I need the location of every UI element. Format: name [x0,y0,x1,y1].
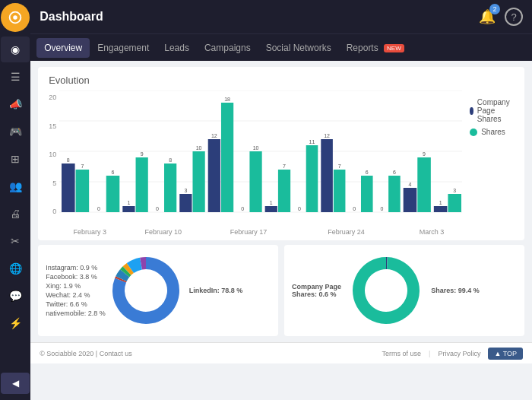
x-label-mar3: March 3 [401,228,462,236]
svg-text:0: 0 [353,206,356,211]
legend-dot-teal [470,129,477,136]
svg-rect-39 [321,139,333,212]
svg-text:3: 3 [453,188,456,193]
network-icon: 🌐 [9,262,22,275]
y-label-20: 20 [49,94,56,101]
nav-item-campaigns[interactable]: Campaigns [197,38,258,58]
svg-rect-7 [62,163,75,212]
x-label-feb17: February 17 [206,228,291,236]
instagram-label: Instagram: 0.9 % [46,264,106,271]
topbar: Dashboard 🔔 2 ? [30,0,532,33]
content-area: Evolution 20 15 10 5 0 8706190831012180 [30,61,532,400]
sidebar-item-power[interactable]: ⚡ [1,310,30,336]
list-icon: ☰ [11,71,21,83]
nav-item-overview[interactable]: Overview [36,38,90,58]
svg-rect-55 [448,194,462,212]
nav-item-leads[interactable]: Leads [157,38,197,58]
nav-item-reports[interactable]: Reports NEW [339,38,412,58]
donut-charts-section: Instagram: 0.9 % Facebook: 3.8 % Xing: 1… [38,245,524,336]
nav-item-social-networks[interactable]: Social Networks [258,38,339,58]
notification-badge: 2 [489,4,500,14]
sidebar: ◉ ☰ 📣 🎮 ⊞ 👥 🖨 ✂ 🌐 💬 ⚡ [0,0,30,400]
sidebar-item-print[interactable]: 🖨 [1,201,30,227]
nav-item-engagement[interactable]: Engagement [90,38,157,58]
grid-icon: ⊞ [11,153,20,165]
svg-text:0: 0 [156,206,159,211]
sidebar-item-tools[interactable]: ✂ [1,228,30,254]
sidebar-item-users[interactable]: 👥 [1,173,30,199]
main-panel: Dashboard 🔔 2 ? Overview Engagement Lead… [30,0,532,400]
svg-rect-41 [334,170,346,212]
svg-text:12: 12 [211,133,217,138]
terms-link[interactable]: Terms of use [382,350,422,357]
svg-rect-47 [388,176,401,212]
svg-rect-53 [434,206,448,212]
legend-label-shares: Shares [481,128,505,136]
print-icon: 🖨 [10,208,21,220]
sidebar-item-list[interactable]: ☰ [1,64,30,90]
svg-rect-37 [306,145,318,212]
overview-icon: ◉ [11,43,20,56]
topbar-icons: 🔔 2 ? [479,8,523,26]
megaphone-icon: 📣 [9,98,22,110]
privacy-link[interactable]: Privacy Policy [438,350,480,357]
donut-left-labels: Instagram: 0.9 % Facebook: 3.8 % Xing: 1… [46,264,106,317]
sidebar-collapse-button[interactable]: ◀ [1,373,30,394]
xing-label: Xing: 1.9 % [46,282,106,290]
svg-text:7: 7 [338,163,341,169]
svg-rect-49 [404,188,417,212]
legend-shares: Shares [470,128,514,136]
svg-rect-30 [250,151,262,212]
y-label-5: 5 [52,179,56,187]
svg-text:10: 10 [253,145,259,151]
svg-text:11: 11 [309,139,315,144]
bar-chart-svg: 8706190831012180101701112706064913 [59,90,462,224]
help-button[interactable]: ? [505,8,523,26]
svg-text:7: 7 [283,163,286,169]
donut-card-right: Company PageShares: 0.6 % Shares: 99.4 % [284,245,524,336]
svg-text:10: 10 [196,145,202,151]
x-labels: February 3 February 10 February 17 Febru… [59,228,462,236]
svg-rect-21 [179,194,192,212]
sidebar-item-network[interactable]: 🌐 [1,256,30,281]
shares-label-right: Shares: 99.4 % [431,287,480,294]
footer: © Sociabble 2020 | Contact us Terms of u… [30,342,532,363]
chart-legend: Company Page Shares Shares [470,90,514,136]
sidebar-item-alerts[interactable]: 📣 [1,91,30,117]
footer-links: Terms of use | Privacy Policy ▲ TOP [382,348,523,360]
users-icon: 👥 [9,180,22,192]
sidebar-item-overview[interactable]: ◉ [1,37,30,62]
svg-rect-23 [193,151,205,212]
svg-text:12: 12 [324,133,330,138]
legend-dot-dark [470,107,473,115]
y-label-0: 0 [52,208,56,215]
navbar: Overview Engagement Leads Campaigns Soci… [30,33,532,61]
footer-separator: | [429,350,430,357]
notification-button[interactable]: 🔔 2 [479,8,496,25]
svg-text:1: 1 [439,200,442,205]
svg-text:1: 1 [128,200,131,205]
svg-rect-9 [76,170,90,212]
svg-rect-27 [221,103,233,212]
sidebar-item-messages[interactable]: 💬 [1,283,30,309]
evolution-chart-card: Evolution 20 15 10 5 0 8706190831012180 [38,67,524,240]
svg-rect-25 [208,139,220,212]
donut-svg-left [112,256,180,325]
nativemobile-label: nativemobile: 2.8 % [46,310,106,317]
top-button[interactable]: ▲ TOP [488,348,523,360]
svg-rect-32 [265,206,277,212]
tools-icon: ✂ [11,235,20,247]
app-title: Dashboard [40,10,103,24]
x-label-feb10: February 10 [120,228,205,236]
legend-label-company: Company Page Shares [477,98,514,123]
svg-text:0: 0 [242,206,245,211]
app-logo[interactable] [1,3,30,32]
company-page-shares-label: Company PageShares: 0.6 % [292,283,341,298]
sidebar-item-grid[interactable]: ⊞ [1,146,30,172]
power-icon: ⚡ [9,317,22,329]
svg-point-1 [13,15,17,20]
svg-text:6: 6 [112,170,115,175]
y-label-15: 15 [49,122,56,130]
svg-text:0: 0 [381,206,384,211]
sidebar-item-gamepad[interactable]: 🎮 [1,119,30,144]
